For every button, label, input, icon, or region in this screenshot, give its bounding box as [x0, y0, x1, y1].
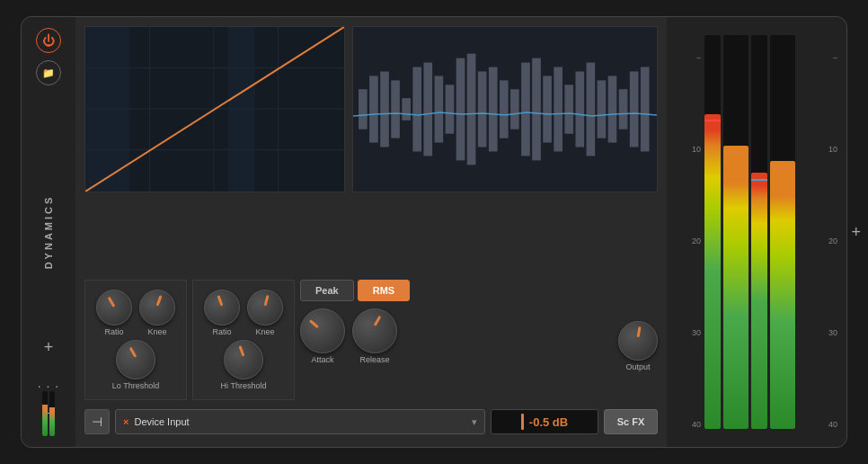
sc-fx-button[interactable]: Sc FX: [604, 409, 658, 434]
scale-20: 20: [676, 236, 701, 245]
svg-rect-13: [412, 67, 421, 152]
svg-rect-14: [423, 63, 432, 156]
lo-ratio-knob[interactable]: [96, 290, 132, 326]
svg-rect-31: [608, 76, 617, 142]
meter-bar-4-container: [770, 35, 795, 429]
svg-rect-25: [543, 76, 552, 142]
svg-rect-9: [369, 76, 378, 142]
attack-release-row: Attack Release: [300, 308, 613, 364]
gain-value: -0.5 dB: [529, 415, 568, 429]
svg-rect-16: [446, 85, 455, 133]
plugin-name: DYNAMICS: [43, 195, 54, 270]
svg-rect-7: [228, 27, 255, 192]
hi-knee-group: Knee: [247, 290, 283, 336]
scale-40: 40: [676, 420, 701, 429]
scale-right-minus-top: −: [812, 53, 837, 62]
mini-meter-left-fill: [42, 405, 48, 436]
transfer-curve-display: [84, 26, 345, 192]
hi-knee-knob[interactable]: [247, 290, 283, 326]
svg-rect-20: [489, 67, 498, 152]
gain-bar: [521, 414, 524, 430]
scale-30: 30: [676, 328, 701, 337]
meter-bar-3-peak: [751, 179, 767, 181]
meter-bar-1-container: [704, 35, 721, 429]
device-icon-button[interactable]: ⊣: [84, 409, 110, 434]
mini-meter-right: [49, 391, 55, 436]
lo-section: Ratio Knee Lo Threshold: [84, 280, 187, 400]
lo-threshold-knob[interactable]: [116, 340, 155, 379]
release-label: Release: [359, 355, 389, 364]
hi-ratio-knob[interactable]: [204, 290, 240, 326]
scale-10: 10: [676, 145, 701, 154]
add-left-button[interactable]: +: [44, 338, 54, 357]
hi-ratio-label: Ratio: [212, 327, 231, 336]
sidebar-level-meters: [42, 391, 55, 436]
svg-rect-27: [564, 85, 573, 133]
rms-button[interactable]: RMS: [358, 280, 410, 301]
meter-bar-4-fill: [770, 161, 795, 429]
hi-threshold-knob[interactable]: [224, 340, 263, 379]
attack-group: Attack: [300, 308, 345, 364]
displays-row: [84, 26, 658, 274]
svg-rect-10: [380, 71, 389, 147]
meter-bar-4-peak: [770, 167, 795, 169]
meter-scale-right: − 10 20 30 40: [812, 26, 837, 438]
output-label: Output: [625, 362, 650, 371]
bottom-bar: ⊣ × Device Input ▾ -0.5 dB Sc FX: [84, 406, 658, 438]
svg-rect-33: [630, 71, 639, 147]
lo-ratio-label: Ratio: [104, 327, 123, 336]
scale-right-10: 10: [812, 145, 837, 154]
device-label: Device Input: [134, 416, 189, 427]
svg-rect-32: [619, 89, 628, 129]
lo-threshold-group: Lo Threshold: [96, 340, 175, 390]
scale-right-30: 30: [812, 328, 837, 337]
scale-minus-top: −: [676, 53, 701, 62]
meter-bar-1-bg: [704, 35, 721, 429]
device-input-select[interactable]: × Device Input ▾: [115, 409, 485, 434]
lo-knee-group: Knee: [139, 290, 175, 336]
power-button[interactable]: ⏻: [36, 28, 61, 53]
svg-rect-22: [510, 89, 519, 129]
svg-rect-26: [554, 67, 562, 152]
output-section: Output: [618, 280, 658, 371]
main-content: Ratio Knee Lo Threshold Rat: [75, 17, 667, 447]
meter-bar-2-container: [723, 35, 748, 429]
attack-label: Attack: [311, 355, 333, 364]
svg-rect-11: [391, 80, 400, 138]
svg-rect-17: [456, 58, 465, 161]
meter-bar-3-container: [751, 35, 767, 429]
svg-rect-23: [521, 63, 530, 156]
svg-rect-30: [598, 80, 607, 138]
peak-button[interactable]: Peak: [300, 280, 354, 301]
output-knob[interactable]: [618, 321, 658, 361]
svg-rect-24: [532, 58, 541, 161]
attack-knob[interactable]: [300, 308, 345, 353]
controls-row: Ratio Knee Lo Threshold Rat: [84, 280, 658, 400]
meter-bar-2-fill: [723, 146, 748, 429]
meters-group: [704, 26, 809, 438]
dropdown-arrow-icon: ▾: [472, 416, 477, 428]
mini-meter-left: [42, 391, 48, 436]
scale-right-40: 40: [812, 420, 837, 429]
device-close-icon: ×: [123, 416, 128, 427]
add-right-button[interactable]: +: [851, 223, 861, 242]
folder-button[interactable]: 📁: [36, 60, 61, 85]
meter-bar-2-peak: [723, 151, 748, 153]
meter-section: − 10 20 30 40: [667, 17, 846, 447]
hi-ratio-group: Ratio: [204, 290, 240, 336]
svg-rect-12: [402, 98, 411, 120]
release-knob[interactable]: [352, 308, 397, 353]
waveform-display: [352, 26, 658, 192]
plugin-container: ⏻ 📁 DYNAMICS + · · · ↦: [21, 16, 847, 448]
lo-threshold-label: Lo Threshold: [112, 381, 159, 390]
peak-rms-btn-row: Peak RMS: [300, 280, 613, 301]
meter-bar-4-bg: [770, 35, 795, 429]
meter-bar-2-bg: [723, 35, 748, 429]
lo-knee-knob[interactable]: [139, 290, 175, 326]
svg-rect-8: [359, 89, 368, 129]
svg-rect-21: [500, 80, 509, 138]
sidebar: ⏻ 📁 DYNAMICS + · · · ↦: [22, 17, 75, 447]
lo-ratio-group: Ratio: [96, 290, 132, 336]
svg-rect-34: [641, 67, 650, 152]
release-group: Release: [352, 308, 397, 364]
